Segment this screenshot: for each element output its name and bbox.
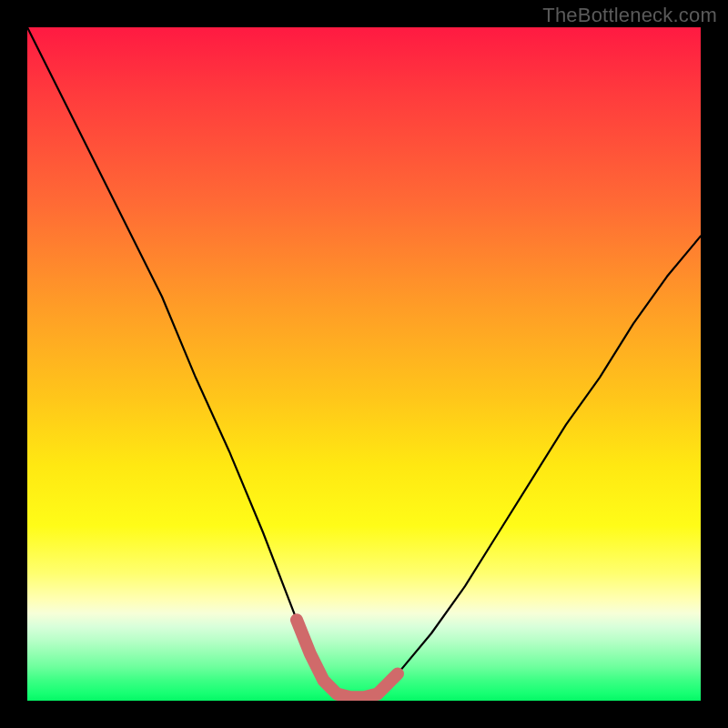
chart-frame: TheBottleneck.com [0, 0, 728, 728]
highlight-segment-path [297, 620, 398, 697]
bottleneck-curve-path [27, 27, 701, 697]
watermark-text: TheBottleneck.com [542, 4, 717, 27]
curve-svg [27, 27, 701, 701]
plot-area [27, 27, 701, 701]
